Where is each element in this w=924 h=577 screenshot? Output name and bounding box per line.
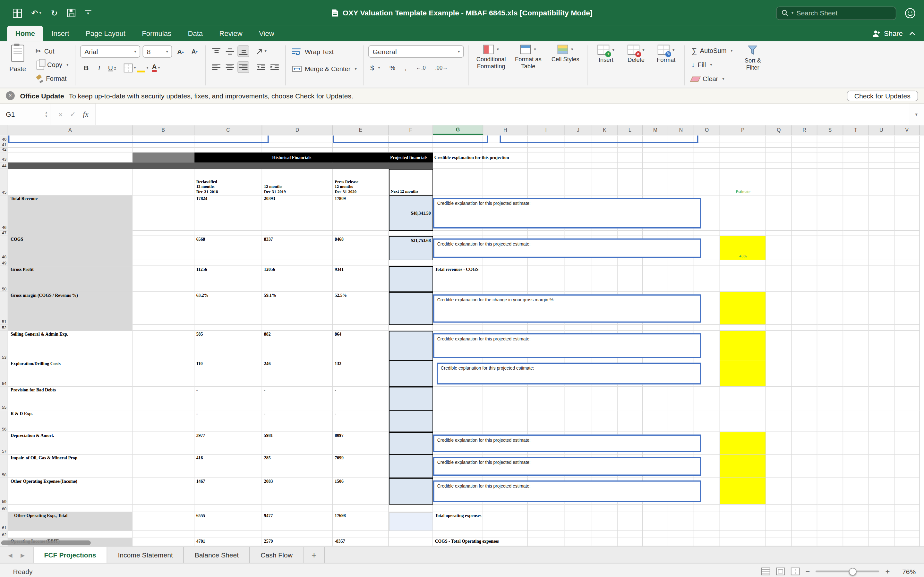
page-layout-view-icon[interactable] bbox=[776, 568, 785, 575]
cell-S46[interactable] bbox=[817, 195, 843, 231]
cell-S57[interactable] bbox=[817, 432, 843, 455]
cell-O41[interactable] bbox=[694, 142, 720, 148]
cell-I52[interactable] bbox=[528, 325, 565, 331]
cell-Q44[interactable] bbox=[766, 163, 792, 169]
cell-B61[interactable] bbox=[132, 512, 194, 531]
insert-function-icon[interactable]: fx bbox=[83, 110, 88, 119]
column-header-K[interactable]: K bbox=[592, 125, 618, 135]
cell-V57[interactable] bbox=[895, 432, 920, 455]
cell-L50[interactable] bbox=[618, 266, 643, 292]
delete-cells-button[interactable]: ×▾ Delete bbox=[622, 44, 649, 87]
row-header-62[interactable]: 62 bbox=[0, 531, 8, 538]
sheet-tab-fcf-projections[interactable]: FCF Projections bbox=[33, 547, 107, 563]
cell-M47[interactable] bbox=[643, 231, 668, 236]
cell-N61[interactable] bbox=[668, 512, 694, 531]
cell-N49[interactable] bbox=[668, 260, 694, 266]
cell-R50[interactable] bbox=[792, 266, 817, 292]
row-header-61[interactable]: 61 bbox=[0, 512, 8, 531]
column-header-C[interactable]: C bbox=[194, 125, 262, 135]
cell-V49[interactable] bbox=[895, 260, 920, 266]
ribbon-tab-insert[interactable]: Insert bbox=[43, 26, 78, 41]
font-name-select[interactable]: Arial▾ bbox=[80, 45, 140, 58]
cell-J63[interactable] bbox=[565, 538, 592, 546]
cell-H41[interactable] bbox=[483, 142, 528, 148]
cell-V46[interactable] bbox=[895, 195, 920, 231]
cell-S56[interactable] bbox=[817, 410, 843, 432]
row-header-50[interactable]: 50 bbox=[0, 266, 8, 292]
cell-O56[interactable] bbox=[694, 410, 720, 432]
cell-A52[interactable] bbox=[8, 325, 133, 331]
row-header-56[interactable]: 56 bbox=[0, 410, 8, 432]
redo-button[interactable]: ↻ bbox=[51, 8, 58, 18]
currency-format-button[interactable]: $▾ bbox=[368, 63, 382, 73]
cell-S47[interactable] bbox=[817, 231, 843, 236]
cell-R61[interactable] bbox=[792, 512, 817, 531]
align-top-button[interactable] bbox=[210, 45, 222, 57]
projection-cell-F53[interactable] bbox=[389, 331, 433, 360]
cell-Q63[interactable] bbox=[766, 538, 792, 546]
cell-P50[interactable] bbox=[720, 266, 766, 292]
explanation-box[interactable]: Credible explanation for this projected … bbox=[433, 457, 701, 476]
cell-T43[interactable] bbox=[843, 153, 869, 163]
cell-R57[interactable] bbox=[792, 432, 817, 455]
cell-Q53[interactable] bbox=[766, 331, 792, 360]
column-header-I[interactable]: I bbox=[528, 125, 565, 135]
cell-I60[interactable] bbox=[528, 504, 565, 512]
cell-G56[interactable] bbox=[433, 410, 483, 432]
cell-I47[interactable] bbox=[528, 231, 565, 236]
cell-L43[interactable] bbox=[618, 153, 643, 163]
row-header-42[interactable]: 42 bbox=[0, 148, 8, 153]
cell-S62[interactable] bbox=[817, 531, 843, 538]
cell-R49[interactable] bbox=[792, 260, 817, 266]
cell-N63[interactable] bbox=[668, 538, 694, 546]
font-color-button[interactable]: A▾ bbox=[150, 62, 162, 74]
cell-D56[interactable] bbox=[262, 410, 333, 432]
cell-S54[interactable] bbox=[817, 360, 843, 387]
cell-E56[interactable] bbox=[333, 410, 389, 432]
row-header-49[interactable]: 49 bbox=[0, 260, 8, 266]
row-header-54[interactable]: 54 bbox=[0, 360, 8, 387]
cell-D41[interactable] bbox=[262, 142, 333, 148]
cell-M43[interactable] bbox=[643, 153, 668, 163]
cell-G60[interactable] bbox=[433, 504, 483, 512]
cell-G44[interactable] bbox=[433, 163, 483, 169]
cell-T51[interactable] bbox=[843, 292, 869, 325]
comma-format-button[interactable]: , bbox=[403, 63, 409, 73]
zoom-in-button[interactable]: + bbox=[885, 567, 890, 576]
cell-B53[interactable] bbox=[132, 331, 194, 360]
cell-K55[interactable] bbox=[592, 387, 618, 410]
cell-S58[interactable] bbox=[817, 455, 843, 478]
row-header-60[interactable]: 60 bbox=[0, 504, 8, 512]
cell-R53[interactable] bbox=[792, 331, 817, 360]
cell-T45[interactable] bbox=[843, 169, 869, 195]
column-header-N[interactable]: N bbox=[668, 125, 694, 135]
projection-cell-F55[interactable] bbox=[389, 387, 433, 410]
cell-I49[interactable] bbox=[528, 260, 565, 266]
percent-format-button[interactable]: % bbox=[388, 63, 397, 73]
cell-U61[interactable] bbox=[869, 512, 895, 531]
quick-access-grid-icon[interactable] bbox=[13, 9, 22, 18]
cancel-entry-icon[interactable]: × bbox=[58, 110, 63, 119]
cell-T41[interactable] bbox=[843, 142, 869, 148]
cell-J50[interactable] bbox=[565, 266, 592, 292]
cell-V41[interactable] bbox=[895, 142, 920, 148]
cell-B50[interactable] bbox=[132, 266, 194, 292]
cell-S63[interactable] bbox=[817, 538, 843, 546]
cell-L41[interactable] bbox=[618, 142, 643, 148]
cell-K44[interactable] bbox=[592, 163, 618, 169]
cell-C55[interactable] bbox=[194, 387, 262, 410]
cell-R42[interactable] bbox=[792, 148, 817, 153]
column-header-Q[interactable]: Q bbox=[766, 125, 792, 135]
cell-N41[interactable] bbox=[668, 142, 694, 148]
row-header-47[interactable]: 47 bbox=[0, 231, 8, 236]
cell-R59[interactable] bbox=[792, 478, 817, 504]
cell-J56[interactable] bbox=[565, 410, 592, 432]
cell-T52[interactable] bbox=[843, 325, 869, 331]
cell-T47[interactable] bbox=[843, 231, 869, 236]
explanation-box[interactable]: Credible explanation for this projected … bbox=[433, 334, 701, 358]
cell-S48[interactable] bbox=[817, 236, 843, 260]
cell-B52[interactable] bbox=[132, 325, 194, 331]
cell-J41[interactable] bbox=[565, 142, 592, 148]
explanation-box[interactable]: Credible explanation for this projected … bbox=[433, 198, 701, 229]
prev-sheet-arrow-icon[interactable]: ◀ bbox=[8, 552, 13, 558]
